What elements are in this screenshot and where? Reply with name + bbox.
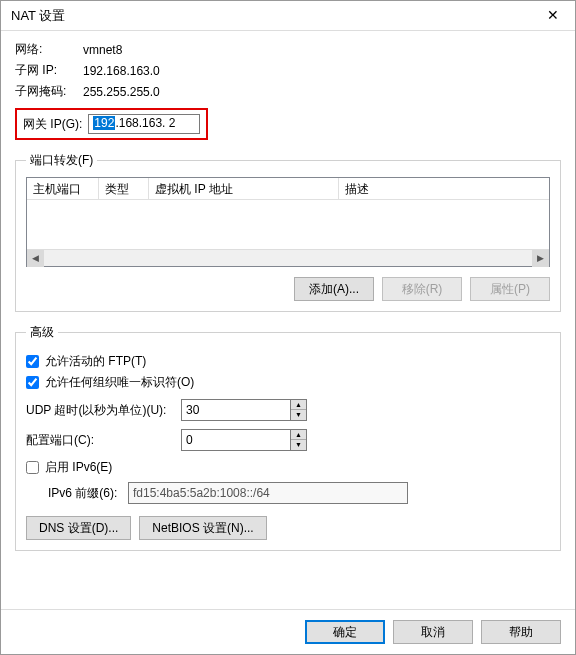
port-forward-table[interactable]: 主机端口 类型 虚拟机 IP 地址 描述 ◀ ▶ bbox=[26, 177, 550, 267]
table-header: 主机端口 类型 虚拟机 IP 地址 描述 bbox=[27, 178, 549, 200]
subnet-mask-value: 255.255.255.0 bbox=[83, 85, 160, 99]
scroll-right-icon[interactable]: ▶ bbox=[532, 250, 549, 267]
allow-oid-row: 允许任何组织唯一标识符(O) bbox=[26, 374, 550, 391]
chevron-down-icon[interactable]: ▼ bbox=[291, 440, 306, 450]
enable-ipv6-label: 启用 IPv6(E) bbox=[45, 459, 112, 476]
gateway-input[interactable]: 192.168.163. 2 bbox=[88, 114, 200, 134]
properties-button: 属性(P) bbox=[470, 277, 550, 301]
col-type[interactable]: 类型 bbox=[99, 178, 149, 199]
dns-settings-button[interactable]: DNS 设置(D)... bbox=[26, 516, 131, 540]
udp-timeout-row: UDP 超时(以秒为单位)(U): ▲ ▼ bbox=[26, 399, 550, 421]
udp-timeout-input[interactable] bbox=[181, 399, 291, 421]
allow-ftp-checkbox[interactable] bbox=[26, 355, 39, 368]
scrollbar-horizontal[interactable]: ◀ ▶ bbox=[27, 249, 549, 266]
ipv6-prefix-row: IPv6 前缀(6): bbox=[48, 482, 550, 504]
config-port-row: 配置端口(C): ▲ ▼ bbox=[26, 429, 550, 451]
network-row: 网络: vmnet8 bbox=[15, 41, 561, 58]
allow-oid-label: 允许任何组织唯一标识符(O) bbox=[45, 374, 194, 391]
advanced-legend: 高级 bbox=[26, 324, 58, 341]
chevron-down-icon[interactable]: ▼ bbox=[291, 410, 306, 420]
remove-button: 移除(R) bbox=[382, 277, 462, 301]
gateway-rest: .168.163. 2 bbox=[115, 116, 175, 130]
chevron-up-icon[interactable]: ▲ bbox=[291, 430, 306, 440]
ipv6-prefix-input bbox=[128, 482, 408, 504]
ok-button[interactable]: 确定 bbox=[305, 620, 385, 644]
nat-settings-dialog: NAT 设置 ✕ 网络: vmnet8 子网 IP: 192.168.163.0… bbox=[0, 0, 576, 655]
port-forward-legend: 端口转发(F) bbox=[26, 152, 97, 169]
col-host-port[interactable]: 主机端口 bbox=[27, 178, 99, 199]
chevron-up-icon[interactable]: ▲ bbox=[291, 400, 306, 410]
ipv6-prefix-label: IPv6 前缀(6): bbox=[48, 485, 128, 502]
udp-spinner[interactable]: ▲ ▼ bbox=[290, 399, 307, 421]
gateway-label: 网关 IP(G): bbox=[23, 116, 82, 133]
titlebar: NAT 设置 ✕ bbox=[1, 1, 575, 31]
gateway-highlight: 网关 IP(G): 192.168.163. 2 bbox=[15, 108, 208, 140]
advanced-buttons: DNS 设置(D)... NetBIOS 设置(N)... bbox=[26, 516, 550, 540]
subnet-ip-value: 192.168.163.0 bbox=[83, 64, 160, 78]
netbios-settings-button[interactable]: NetBIOS 设置(N)... bbox=[139, 516, 266, 540]
dialog-footer: 确定 取消 帮助 bbox=[1, 609, 575, 654]
config-spinner[interactable]: ▲ ▼ bbox=[290, 429, 307, 451]
cancel-button[interactable]: 取消 bbox=[393, 620, 473, 644]
close-icon[interactable]: ✕ bbox=[539, 6, 567, 26]
advanced-group: 高级 允许活动的 FTP(T) 允许任何组织唯一标识符(O) UDP 超时(以秒… bbox=[15, 324, 561, 551]
help-button[interactable]: 帮助 bbox=[481, 620, 561, 644]
add-button[interactable]: 添加(A)... bbox=[294, 277, 374, 301]
enable-ipv6-row: 启用 IPv6(E) bbox=[26, 459, 550, 476]
enable-ipv6-checkbox[interactable] bbox=[26, 461, 39, 474]
dialog-title: NAT 设置 bbox=[11, 7, 65, 25]
col-desc[interactable]: 描述 bbox=[339, 178, 549, 199]
subnet-mask-label: 子网掩码: bbox=[15, 83, 83, 100]
subnet-ip-label: 子网 IP: bbox=[15, 62, 83, 79]
network-label: 网络: bbox=[15, 41, 83, 58]
col-vm-ip[interactable]: 虚拟机 IP 地址 bbox=[149, 178, 339, 199]
allow-oid-checkbox[interactable] bbox=[26, 376, 39, 389]
gateway-selected-octet: 192 bbox=[93, 116, 115, 130]
content-area: 网络: vmnet8 子网 IP: 192.168.163.0 子网掩码: 25… bbox=[1, 31, 575, 609]
subnet-mask-row: 子网掩码: 255.255.255.0 bbox=[15, 83, 561, 100]
allow-ftp-label: 允许活动的 FTP(T) bbox=[45, 353, 146, 370]
config-port-input[interactable] bbox=[181, 429, 291, 451]
allow-ftp-row: 允许活动的 FTP(T) bbox=[26, 353, 550, 370]
subnet-ip-row: 子网 IP: 192.168.163.0 bbox=[15, 62, 561, 79]
udp-timeout-label: UDP 超时(以秒为单位)(U): bbox=[26, 402, 181, 419]
config-port-label: 配置端口(C): bbox=[26, 432, 181, 449]
port-forward-group: 端口转发(F) 主机端口 类型 虚拟机 IP 地址 描述 ◀ ▶ 添加(A)..… bbox=[15, 152, 561, 312]
network-value: vmnet8 bbox=[83, 43, 122, 57]
port-forward-buttons: 添加(A)... 移除(R) 属性(P) bbox=[26, 277, 550, 301]
scroll-left-icon[interactable]: ◀ bbox=[27, 250, 44, 267]
